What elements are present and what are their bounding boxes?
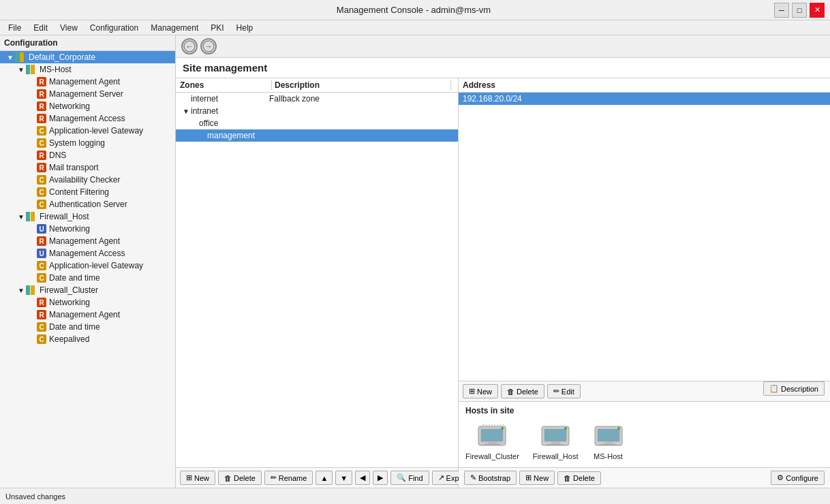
zone-name: office [199, 119, 269, 128]
close-button[interactable]: ✕ [810, 3, 825, 18]
bootstrap-icon: ✎ [470, 473, 476, 482]
sidebar-item-networking-2[interactable]: U Networking [0, 223, 175, 235]
zones-next-button[interactable]: ▶ [373, 471, 388, 485]
sidebar-item-management-agent-2[interactable]: R Management Agent [0, 235, 175, 247]
host-icon-ms-host [592, 422, 625, 450]
zones-delete-button[interactable]: 🗑 Delete [218, 471, 262, 485]
address-new-button[interactable]: ⊞ New [463, 384, 498, 398]
sidebar-item-mail-transport[interactable]: R Mail transport [0, 161, 175, 174]
sidebar-item-date-time-2[interactable]: C Date and time [0, 321, 175, 333]
host-item-firewall-host[interactable]: Firewall_Host [533, 422, 579, 460]
sidebar-item-content-filtering[interactable]: C Content Filtering [0, 186, 175, 198]
menu-edit[interactable]: Edit [28, 22, 53, 34]
sidebar-label: Date and time [49, 273, 100, 283]
sidebar-item-dns[interactable]: R DNS [0, 149, 175, 161]
col-divider-2 [450, 80, 451, 90]
menu-help[interactable]: Help [231, 22, 259, 34]
zone-row-intranet[interactable]: ▼ intranet [176, 105, 458, 117]
sidebar-item-ms-host[interactable]: ▼ MS-Host [0, 63, 175, 76]
bootstrap-button[interactable]: ✎ Bootstrap [464, 471, 517, 485]
address-row[interactable]: 192.168.20.0/24 [459, 93, 830, 105]
find-icon: 🔍 [397, 473, 406, 482]
sidebar-label: Mail transport [49, 163, 99, 172]
zones-up-button[interactable]: ▲ [316, 471, 333, 485]
zones-rename-button[interactable]: ✏ Rename [264, 471, 313, 485]
badge-C: C [37, 126, 46, 136]
badge-C: C [37, 322, 46, 332]
sidebar-label: Management Access [49, 114, 125, 123]
nav-back-button[interactable]: ← [181, 38, 198, 54]
rename-icon: ✏ [271, 473, 277, 482]
zones-prev-button[interactable]: ◀ [355, 471, 370, 485]
zones-header: Zones Description [176, 78, 458, 93]
sidebar-item-keepalived[interactable]: C Keepalived [0, 333, 175, 345]
main-layout: Configuration ▼ Default_Corporate ▼ MS-H… [0, 35, 830, 488]
title-bar-controls: ─ □ ✕ [774, 3, 825, 18]
sidebar-item-management-access-1[interactable]: R Management Access [0, 112, 175, 125]
sidebar-item-firewall-cluster[interactable]: ▼ Firewall_Cluster [0, 284, 175, 296]
sidebar-item-management-access-2[interactable]: U Management Access [0, 247, 175, 259]
svg-rect-16 [598, 429, 619, 441]
up-arrow-icon: ▲ [320, 474, 328, 482]
badge-C: C [37, 334, 46, 344]
zones-down-button[interactable]: ▼ [335, 471, 352, 485]
address-edit-button[interactable]: ✏ Edit [547, 384, 581, 398]
sidebar-item-management-server[interactable]: R Management Server [0, 88, 175, 100]
menu-configuration[interactable]: Configuration [84, 22, 144, 34]
svg-point-19 [617, 427, 620, 430]
sidebar-label: Authentication Server [49, 200, 127, 209]
description-button[interactable]: 📋 Description [763, 381, 825, 396]
sidebar-label: Networking [49, 101, 90, 111]
sidebar-label: Management Server [49, 89, 123, 99]
zone-toolbar: ⊞ New 🗑 Delete ✏ Rename ▲ ▼ [176, 467, 458, 488]
sidebar-item-date-time-1[interactable]: C Date and time [0, 272, 175, 284]
zone-row-management[interactable]: management [176, 129, 458, 142]
minimize-button[interactable]: ─ [774, 3, 789, 18]
badge-U: U [37, 224, 46, 234]
address-delete-button[interactable]: 🗑 Delete [501, 384, 544, 398]
sidebar-item-app-gateway-1[interactable]: C Application-level Gateway [0, 125, 175, 137]
host-item-ms-host[interactable]: MS-Host [592, 422, 625, 460]
sidebar-item-networking-1[interactable]: R Networking [0, 100, 175, 112]
zones-panel: Zones Description internet Fallback zone… [176, 78, 459, 488]
zone-name: intranet [191, 106, 269, 116]
sidebar-item-networking-3[interactable]: R Networking [0, 296, 175, 309]
sidebar-item-management-agent-1[interactable]: R Management Agent [0, 76, 175, 88]
zones-find-button[interactable]: 🔍 Find [390, 471, 429, 485]
group-icon [26, 65, 40, 74]
badge-C: C [37, 273, 46, 283]
host-item-firewall-cluster[interactable]: Firewall_Cluster [465, 422, 519, 460]
sidebar-label: DNS [49, 151, 66, 160]
restore-button[interactable]: □ [792, 3, 807, 18]
sidebar-label-firewall-cluster: Firewall_Cluster [40, 285, 98, 295]
zone-row-office[interactable]: office [176, 117, 458, 129]
sidebar-item-availability-checker[interactable]: C Availability Checker [0, 174, 175, 186]
sidebar-item-firewall-host[interactable]: ▼ Firewall_Host [0, 210, 175, 223]
nav-forward-button[interactable]: → [200, 38, 217, 54]
svg-point-14 [564, 427, 567, 430]
page-title: Site management [176, 58, 830, 78]
sidebar-item-auth-server[interactable]: C Authentication Server [0, 198, 175, 210]
zone-toggle: ▼ [183, 108, 191, 115]
menu-file[interactable]: File [3, 22, 27, 34]
delete-icon: 🗑 [224, 474, 232, 482]
next-icon: ▶ [378, 473, 383, 482]
sidebar-item-app-gateway-2[interactable]: C Application-level Gateway [0, 259, 175, 272]
sidebar-item-default-corporate[interactable]: ▼ Default_Corporate [0, 51, 175, 63]
sidebar-item-system-logging[interactable]: C System logging [0, 137, 175, 149]
menu-view[interactable]: View [55, 22, 83, 34]
bottom-delete-button[interactable]: 🗑 Delete [557, 471, 601, 485]
zone-desc: Fallback zone [269, 94, 454, 104]
address-list: 192.168.20.0/24 [459, 93, 830, 237]
zone-row-internet[interactable]: internet Fallback zone [176, 93, 458, 105]
toggle-arrow: ▼ [16, 213, 26, 221]
sidebar-item-management-agent-3[interactable]: R Management Agent [0, 309, 175, 321]
svg-rect-13 [547, 444, 564, 445]
sidebar-header: Configuration [0, 35, 175, 51]
zones-new-button[interactable]: ⊞ New [180, 471, 215, 485]
configure-button[interactable]: ⚙ Configure [771, 471, 825, 485]
menu-management[interactable]: Management [145, 22, 204, 34]
svg-rect-18 [600, 444, 617, 445]
menu-pki[interactable]: PKI [205, 22, 229, 34]
bottom-new-button[interactable]: ⊞ New [519, 471, 555, 485]
